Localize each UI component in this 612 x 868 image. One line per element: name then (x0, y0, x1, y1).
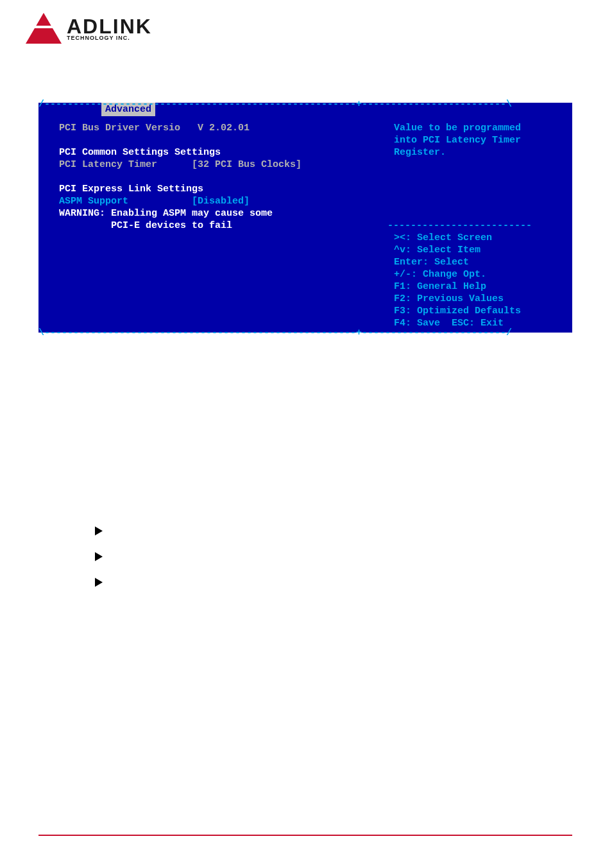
section-pci-common: PCI Common Settings Settings (41, 146, 382, 159)
logo-brand-text: ADLINK (67, 16, 152, 37)
nav-optimized-defaults: F3: Optimized Defaults (387, 305, 570, 317)
triangle-bullet-icon (95, 578, 103, 587)
blank-line (387, 159, 570, 171)
blank-line (41, 171, 382, 183)
help-text: Value to be programmed (387, 122, 570, 134)
help-text: Register. (387, 146, 570, 159)
setting-pci-latency-timer[interactable]: PCI Latency Timer [32 PCI Bus Clocks] (41, 159, 382, 171)
blank-line (387, 195, 570, 207)
nav-select-item: ^v: Select Item (387, 244, 570, 256)
blank-line (41, 134, 382, 146)
bullet-list (95, 526, 103, 603)
triangle-bullet-icon (95, 526, 103, 535)
help-text: into PCI Latency Timer (387, 134, 570, 146)
nav-enter: Enter: Select (387, 256, 570, 268)
panel-divider: ------------------------- (387, 220, 570, 232)
logo-sub-text: TECHNOLOGY INC. (67, 35, 152, 41)
box-border-bottom: \---------------------------------------… (38, 328, 512, 338)
blank-line (387, 183, 570, 195)
blank-line (387, 171, 570, 183)
footer-divider (38, 835, 572, 836)
nav-previous-values: F2: Previous Values (387, 293, 570, 305)
nav-general-help: F1: General Help (387, 281, 570, 293)
pci-bus-driver-version: PCI Bus Driver Versio V 2.02.01 (41, 122, 382, 134)
warning-text-2: PCI-E devices to fail (41, 220, 382, 232)
box-border-top: /---------------------------------------… (38, 100, 572, 109)
brand-logo: ADLINK TECHNOLOGY INC. (26, 13, 152, 44)
bios-setup-screen: Advanced /------------------------------… (38, 103, 572, 333)
settings-panel: PCI Bus Driver Versio V 2.02.01 PCI Comm… (38, 117, 385, 333)
help-panel: Value to be programmed into PCI Latency … (385, 117, 572, 333)
nav-select-screen: ><: Select Screen (387, 232, 570, 244)
section-pci-express: PCI Express Link Settings (41, 183, 382, 195)
blank-line (387, 207, 570, 220)
triangle-bullet-icon (95, 552, 103, 561)
setting-aspm-support[interactable]: ASPM Support [Disabled] (41, 195, 382, 207)
warning-text-1: WARNING: Enabling ASPM may cause some (41, 207, 382, 220)
nav-change-opt: +/-: Change Opt. (387, 268, 570, 281)
logo-mark-icon (26, 13, 62, 44)
